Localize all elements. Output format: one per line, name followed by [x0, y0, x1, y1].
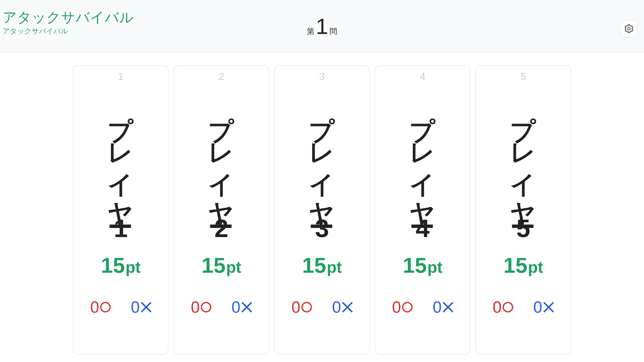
- question-counter: 第 1 問: [307, 15, 337, 37]
- player-points-value: 15: [302, 253, 326, 278]
- player-points: 15pt: [101, 253, 141, 278]
- player-correct-stat[interactable]: 0: [90, 298, 111, 316]
- cross-icon: [543, 302, 554, 312]
- player-card[interactable]: 2 プレイヤー2 15pt 0 0: [174, 65, 269, 354]
- player-points-unit: pt: [126, 258, 141, 277]
- header: アタックサバイバル アタックサバイバル 第 1 問: [0, 0, 644, 53]
- player-correct-value: 0: [291, 298, 300, 316]
- circle-icon: [402, 302, 413, 312]
- circle-icon: [301, 302, 312, 312]
- player-name: プレイヤー3: [309, 97, 335, 243]
- player-index: 4: [420, 71, 425, 82]
- player-card[interactable]: 5 プレイヤー5 15pt 0 0: [475, 65, 571, 354]
- player-index: 1: [118, 71, 124, 82]
- question-prefix: 第: [307, 26, 314, 37]
- player-correct-value: 0: [392, 298, 401, 316]
- player-wrong-stat[interactable]: 0: [332, 298, 353, 316]
- player-stats: 0 0: [291, 298, 352, 316]
- player-index: 3: [319, 71, 325, 82]
- player-correct-stat[interactable]: 0: [493, 298, 513, 316]
- player-card[interactable]: 1 プレイヤー1 15pt 0 0: [73, 65, 169, 354]
- player-points-unit: pt: [427, 258, 442, 277]
- player-correct-stat[interactable]: 0: [392, 298, 413, 316]
- player-index: 5: [520, 71, 526, 82]
- player-wrong-value: 0: [433, 298, 442, 316]
- circle-icon: [503, 302, 513, 312]
- player-points-unit: pt: [528, 258, 543, 277]
- player-points-unit: pt: [327, 258, 342, 277]
- player-wrong-value: 0: [533, 298, 542, 316]
- gear-icon: [624, 24, 634, 34]
- player-points-value: 15: [101, 253, 125, 278]
- player-wrong-value: 0: [332, 298, 341, 316]
- svg-point-0: [628, 27, 630, 30]
- question-suffix: 問: [330, 26, 337, 37]
- player-correct-value: 0: [493, 298, 502, 316]
- player-card[interactable]: 3 プレイヤー3 15pt 0 0: [274, 65, 370, 354]
- circle-icon: [100, 302, 111, 312]
- player-wrong-value: 0: [231, 298, 240, 316]
- player-wrong-stat[interactable]: 0: [433, 298, 453, 316]
- cross-icon: [141, 302, 151, 312]
- player-stats: 0 0: [493, 298, 554, 316]
- player-card[interactable]: 4 プレイヤー4 15pt 0 0: [375, 65, 470, 354]
- settings-button[interactable]: [620, 20, 637, 37]
- cross-icon: [443, 302, 453, 312]
- question-number: 1: [316, 15, 328, 37]
- player-wrong-stat[interactable]: 0: [533, 298, 554, 316]
- player-points: 15pt: [403, 253, 442, 278]
- player-points-value: 15: [403, 253, 427, 278]
- circle-icon: [201, 302, 211, 312]
- player-wrong-stat[interactable]: 0: [231, 298, 252, 316]
- player-points-value: 15: [503, 253, 528, 278]
- player-correct-stat[interactable]: 0: [191, 298, 211, 316]
- cross-icon: [342, 302, 353, 312]
- player-correct-value: 0: [90, 298, 99, 316]
- player-index: 2: [219, 71, 224, 82]
- player-points: 15pt: [503, 253, 543, 278]
- player-wrong-value: 0: [131, 298, 140, 316]
- player-stats: 0 0: [90, 298, 151, 316]
- player-points: 15pt: [202, 253, 241, 278]
- player-points-unit: pt: [226, 258, 241, 277]
- player-correct-stat[interactable]: 0: [291, 298, 312, 316]
- player-points: 15pt: [302, 253, 342, 278]
- player-correct-value: 0: [191, 298, 200, 316]
- player-points-value: 15: [202, 253, 226, 278]
- player-stats: 0 0: [191, 298, 252, 316]
- player-name: プレイヤー2: [209, 97, 234, 243]
- player-name: プレイヤー1: [108, 97, 133, 243]
- cross-icon: [242, 302, 252, 312]
- player-name: プレイヤー5: [511, 97, 536, 243]
- players-row: 1 プレイヤー1 15pt 0 0 2 プレイヤー2 15pt 0 0 3: [0, 53, 644, 354]
- player-stats: 0 0: [392, 298, 453, 316]
- player-wrong-stat[interactable]: 0: [131, 298, 151, 316]
- player-name: プレイヤー4: [410, 97, 435, 243]
